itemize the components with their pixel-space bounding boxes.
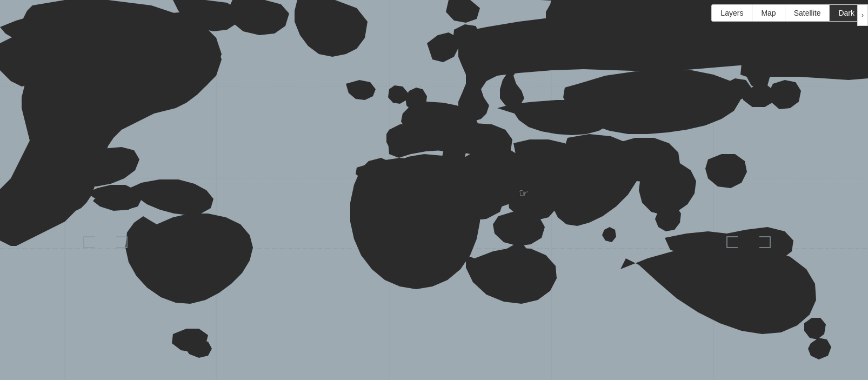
- expand-icon[interactable]: ›: [857, 4, 868, 26]
- map-container[interactable]: ☞ Layers Map Satellite Dark ›: [0, 0, 868, 380]
- expand-arrow: ›: [862, 11, 864, 19]
- view-toggle-group: Map Satellite Dark: [752, 4, 864, 22]
- map-view-button[interactable]: Map: [752, 5, 785, 21]
- satellite-view-button[interactable]: Satellite: [785, 5, 830, 21]
- world-map: [0, 0, 868, 380]
- map-controls-bar: Layers Map Satellite Dark: [711, 4, 864, 22]
- layers-button[interactable]: Layers: [711, 4, 752, 22]
